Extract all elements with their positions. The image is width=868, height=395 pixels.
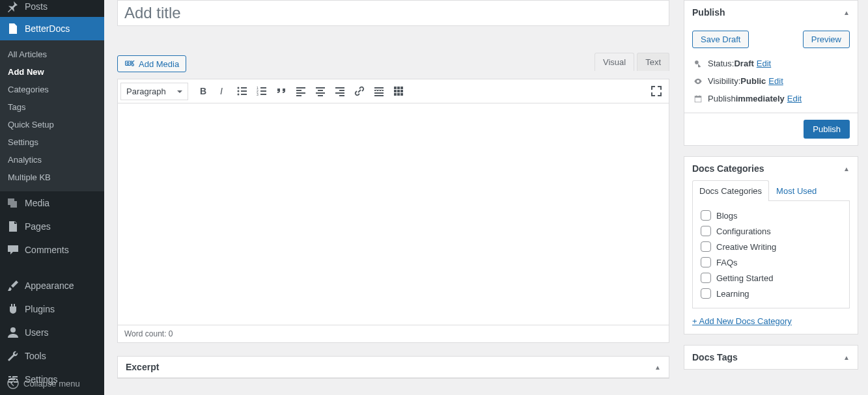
align-center-button[interactable]	[311, 82, 329, 100]
italic-button[interactable]: I	[214, 82, 232, 100]
align-left-button[interactable]	[292, 82, 310, 100]
sidebar-item-comments[interactable]: Comments	[0, 238, 104, 262]
category-checkbox[interactable]	[701, 226, 711, 236]
svg-rect-20	[296, 92, 305, 94]
tab-docs-categories[interactable]: Docs Categories	[692, 180, 769, 201]
submenu-multiple-kb[interactable]: Multiple KB	[0, 169, 104, 186]
submenu-all-articles[interactable]: All Articles	[0, 46, 104, 63]
add-new-category-link[interactable]: + Add New Docs Category	[684, 316, 858, 334]
toolbar-toggle-button[interactable]	[389, 82, 408, 100]
chevron-up-icon[interactable]: ▲	[843, 165, 850, 172]
svg-point-8	[238, 90, 240, 92]
svg-rect-33	[377, 90, 378, 91]
editor-mode-tabs: Visual Text	[592, 53, 669, 71]
docs-categories-title: Docs Categories	[692, 163, 764, 174]
editor-toolbar: Paragraph B I 123	[117, 79, 669, 103]
sidebar-item-posts[interactable]: Posts	[0, 0, 104, 17]
save-draft-button[interactable]: Save Draft	[692, 31, 749, 48]
camera-music-icon	[124, 59, 135, 69]
sidebar-item-tools[interactable]: Tools	[0, 344, 104, 368]
submenu-analytics[interactable]: Analytics	[0, 151, 104, 169]
page-icon	[7, 220, 20, 233]
category-checkbox[interactable]	[701, 241, 711, 252]
sidebar-item-pages[interactable]: Pages	[0, 215, 104, 238]
tab-text[interactable]: Text	[637, 53, 669, 71]
svg-rect-26	[335, 87, 344, 89]
title-input[interactable]	[117, 0, 669, 26]
publish-header[interactable]: Publish ▲	[684, 1, 858, 24]
submenu-add-new[interactable]: Add New	[0, 63, 104, 81]
submenu-categories[interactable]: Categories	[0, 81, 104, 98]
sidebar-item-plugins[interactable]: Plugins	[0, 297, 104, 321]
svg-point-10	[238, 94, 240, 96]
svg-rect-15	[260, 90, 266, 92]
numbered-list-button[interactable]: 123	[253, 82, 271, 100]
collapse-icon	[7, 377, 20, 390]
add-media-button[interactable]: Add Media	[117, 55, 186, 72]
editor-textarea[interactable]	[117, 103, 669, 325]
category-checkbox[interactable]	[701, 257, 711, 267]
excerpt-header[interactable]: Excerpt ▲	[118, 357, 669, 378]
docs-categories-header[interactable]: Docs Categories ▲	[684, 157, 858, 180]
chevron-up-icon[interactable]: ▲	[843, 9, 850, 16]
svg-rect-22	[316, 87, 325, 89]
preview-button[interactable]: Preview	[803, 31, 850, 48]
category-checkbox[interactable]	[701, 273, 711, 283]
visibility-edit-link[interactable]: Edit	[768, 76, 783, 86]
submenu-tags[interactable]: Tags	[0, 98, 104, 116]
fullscreen-button[interactable]	[647, 82, 665, 100]
category-item[interactable]: Getting Started	[701, 270, 841, 286]
sidebar-item-users[interactable]: Users	[0, 321, 104, 344]
align-right-button[interactable]	[331, 82, 349, 100]
wrench-icon	[7, 349, 20, 362]
format-select[interactable]: Paragraph	[120, 83, 188, 100]
read-more-button[interactable]	[370, 82, 388, 100]
submenu-settings[interactable]: Settings	[0, 133, 104, 151]
category-item[interactable]: Creative Writing	[701, 239, 841, 254]
chevron-up-icon[interactable]: ▲	[654, 364, 661, 371]
word-count: Word count: 0	[117, 325, 669, 343]
category-item[interactable]: Blogs	[701, 208, 841, 223]
svg-rect-49	[695, 96, 701, 97]
schedule-row: Publish immediately Edit	[684, 90, 858, 107]
category-checkbox[interactable]	[701, 288, 711, 299]
link-button[interactable]	[350, 82, 369, 100]
submenu-quick-setup[interactable]: Quick Setup	[0, 116, 104, 133]
chevron-up-icon[interactable]: ▲	[843, 354, 850, 361]
svg-rect-37	[374, 95, 384, 96]
schedule-edit-link[interactable]: Edit	[787, 94, 802, 103]
visibility-label: Visibility:	[708, 76, 740, 86]
publish-title: Publish	[692, 7, 725, 18]
sidebar-item-media[interactable]: Media	[0, 191, 104, 215]
svg-rect-21	[296, 95, 301, 96]
sidebar-item-betterdocs[interactable]: BetterDocs	[0, 17, 104, 40]
category-list: Blogs Configurations Creative Writing FA…	[692, 201, 850, 308]
svg-rect-32	[374, 90, 376, 91]
svg-rect-24	[316, 92, 325, 94]
svg-rect-35	[382, 90, 384, 91]
docs-tags-header[interactable]: Docs Tags ▲	[684, 346, 858, 369]
comment-icon	[7, 243, 20, 256]
svg-point-3	[127, 62, 129, 64]
category-item[interactable]: Configurations	[701, 223, 841, 239]
svg-rect-36	[374, 92, 384, 94]
category-item[interactable]: FAQs	[701, 254, 841, 270]
svg-rect-51	[699, 95, 700, 96]
status-edit-link[interactable]: Edit	[757, 59, 771, 68]
tab-visual[interactable]: Visual	[595, 53, 634, 71]
svg-text:3: 3	[257, 92, 259, 96]
category-item[interactable]: Learning	[701, 286, 841, 301]
bullet-list-button[interactable]	[233, 82, 251, 100]
media-icon	[7, 197, 20, 210]
bold-button[interactable]: B	[194, 82, 212, 100]
collapse-menu[interactable]: Collapse menu	[0, 372, 104, 395]
category-checkbox[interactable]	[701, 210, 711, 221]
quote-button[interactable]	[272, 82, 290, 100]
svg-rect-25	[318, 95, 323, 96]
svg-point-47	[695, 61, 699, 64]
tab-most-used[interactable]: Most Used	[769, 180, 824, 201]
sidebar-item-appearance[interactable]: Appearance	[0, 274, 104, 297]
add-media-label: Add Media	[139, 59, 179, 69]
svg-rect-18	[296, 87, 305, 89]
publish-button[interactable]: Publish	[804, 120, 850, 139]
